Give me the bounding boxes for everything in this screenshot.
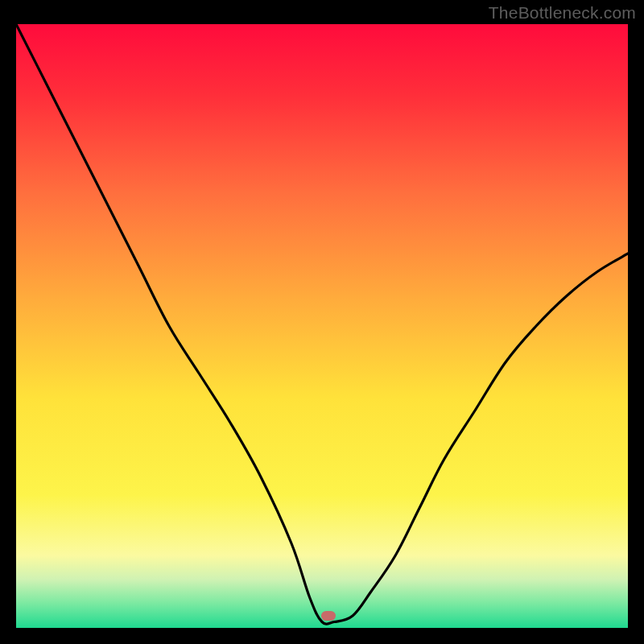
chart-container: TheBottleneck.com <box>0 0 644 644</box>
attribution-text: TheBottleneck.com <box>489 3 636 23</box>
plot-area <box>16 24 628 628</box>
bottleneck-curve <box>16 24 628 624</box>
curve-layer <box>16 24 628 628</box>
optimal-marker <box>321 611 336 621</box>
